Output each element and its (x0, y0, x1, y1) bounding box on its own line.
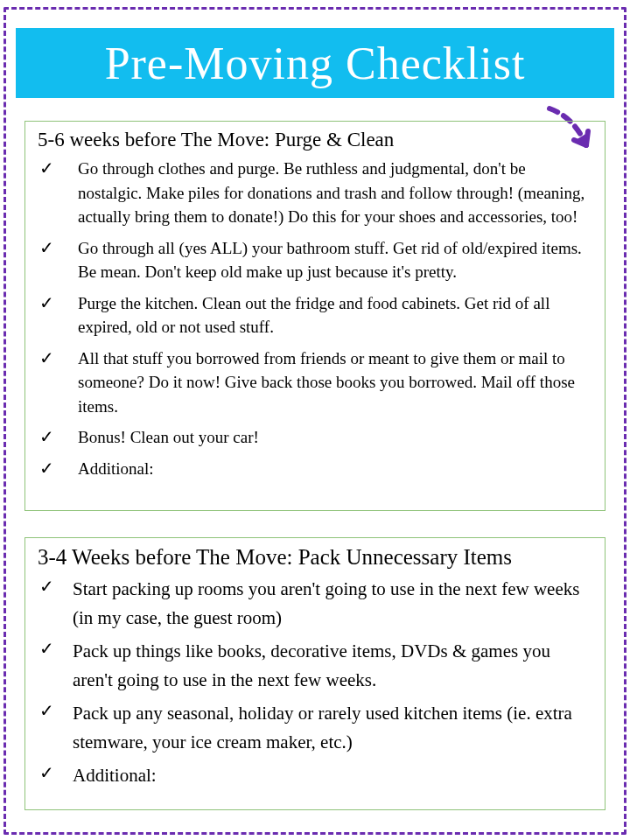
checkmark-icon: ✓ (38, 236, 69, 259)
checkmark-icon: ✓ (38, 425, 69, 448)
checklist-item: ✓ Bonus! Clean out your car! (38, 425, 592, 450)
checkmark-icon: ✓ (38, 457, 69, 480)
item-text: Go through all (yes ALL) your bathroom s… (69, 236, 592, 284)
checklist-item: ✓ Go through all (yes ALL) your bathroom… (38, 236, 592, 284)
section-2: 3-4 Weeks before The Move: Pack Unnecess… (24, 537, 606, 810)
item-text: Purge the kitchen. Clean out the fridge … (69, 291, 592, 340)
checklist-item: ✓ Pack up things like books, decorative … (38, 637, 592, 694)
title-banner: Pre-Moving Checklist (16, 28, 614, 98)
checklist-item: ✓ Additional: (38, 761, 592, 790)
checklist-item: ✓ All that stuff you borrowed from frien… (38, 346, 592, 419)
checkmark-icon: ✓ (38, 575, 69, 598)
section-2-heading: 3-4 Weeks before The Move: Pack Unnecess… (38, 545, 592, 570)
section-1-heading: 5-6 weeks before The Move: Purge & Clean (38, 129, 592, 151)
item-text: Pack up any seasonal, holiday or rarely … (69, 699, 592, 756)
item-text: Bonus! Clean out your car! (69, 425, 592, 450)
checkmark-icon: ✓ (38, 291, 69, 314)
checklist-item: ✓ Additional: (38, 457, 592, 481)
item-text: Additional: (69, 761, 592, 790)
checkmark-icon: ✓ (38, 699, 69, 722)
item-text: Start packing up rooms you aren't going … (69, 575, 592, 632)
checklist-item: ✓ Start packing up rooms you aren't goin… (38, 575, 592, 632)
section-1: 5-6 weeks before The Move: Purge & Clean… (24, 121, 606, 511)
checklist-item: ✓ Pack up any seasonal, holiday or rarel… (38, 699, 592, 756)
checklist-item: ✓ Go through clothes and purge. Be ruthl… (38, 157, 592, 229)
checklist-item: ✓ Purge the kitchen. Clean out the fridg… (38, 291, 592, 340)
checkmark-icon: ✓ (38, 761, 69, 784)
checkmark-icon: ✓ (38, 346, 69, 369)
checkmark-icon: ✓ (38, 637, 69, 660)
item-text: All that stuff you borrowed from friends… (69, 346, 592, 419)
checkmark-icon: ✓ (38, 157, 69, 179)
item-text: Pack up things like books, decorative it… (69, 637, 592, 694)
item-text: Go through clothes and purge. Be ruthles… (69, 157, 592, 229)
page-title: Pre-Moving Checklist (105, 38, 526, 89)
item-text: Additional: (69, 457, 592, 481)
